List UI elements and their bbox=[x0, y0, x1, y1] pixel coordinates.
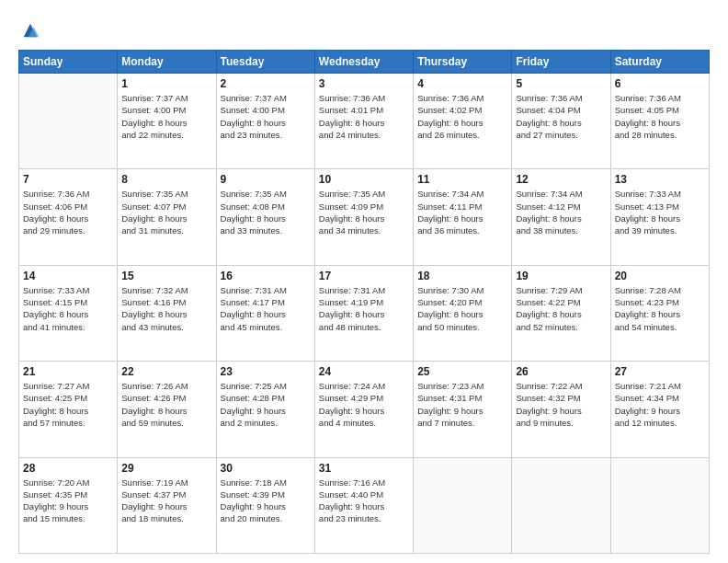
day-number: 23 bbox=[221, 365, 311, 378]
header-cell-wednesday: Wednesday bbox=[314, 51, 413, 74]
day-cell: 16Sunrise: 7:31 AM Sunset: 4:17 PM Dayli… bbox=[216, 265, 314, 361]
day-number: 28 bbox=[23, 462, 113, 475]
day-cell: 18Sunrise: 7:30 AM Sunset: 4:20 PM Dayli… bbox=[414, 265, 512, 361]
day-info: Sunrise: 7:26 AM Sunset: 4:26 PM Dayligh… bbox=[121, 380, 211, 429]
calendar-body: 1Sunrise: 7:37 AM Sunset: 4:00 PM Daylig… bbox=[19, 74, 710, 554]
week-row-3: 21Sunrise: 7:27 AM Sunset: 4:25 PM Dayli… bbox=[19, 362, 710, 457]
day-info: Sunrise: 7:36 AM Sunset: 4:01 PM Dayligh… bbox=[319, 92, 409, 141]
page: SundayMondayTuesdayWednesdayThursdayFrid… bbox=[0, 0, 728, 563]
day-cell: 3Sunrise: 7:36 AM Sunset: 4:01 PM Daylig… bbox=[314, 74, 413, 169]
day-cell: 4Sunrise: 7:36 AM Sunset: 4:02 PM Daylig… bbox=[414, 74, 512, 169]
day-info: Sunrise: 7:22 AM Sunset: 4:32 PM Dayligh… bbox=[516, 380, 606, 429]
day-cell: 24Sunrise: 7:24 AM Sunset: 4:29 PM Dayli… bbox=[314, 362, 413, 457]
header-cell-friday: Friday bbox=[512, 51, 610, 74]
day-number: 21 bbox=[23, 365, 113, 378]
week-row-1: 7Sunrise: 7:36 AM Sunset: 4:06 PM Daylig… bbox=[19, 169, 710, 265]
week-row-0: 1Sunrise: 7:37 AM Sunset: 4:00 PM Daylig… bbox=[19, 74, 710, 169]
day-number: 26 bbox=[516, 365, 606, 378]
day-cell: 15Sunrise: 7:32 AM Sunset: 4:16 PM Dayli… bbox=[118, 265, 216, 361]
day-info: Sunrise: 7:33 AM Sunset: 4:15 PM Dayligh… bbox=[23, 284, 113, 333]
day-cell: 27Sunrise: 7:21 AM Sunset: 4:34 PM Dayli… bbox=[610, 362, 709, 457]
day-info: Sunrise: 7:36 AM Sunset: 4:02 PM Dayligh… bbox=[417, 92, 507, 141]
day-cell: 1Sunrise: 7:37 AM Sunset: 4:00 PM Daylig… bbox=[118, 74, 216, 169]
week-row-2: 14Sunrise: 7:33 AM Sunset: 4:15 PM Dayli… bbox=[19, 265, 710, 361]
day-cell: 7Sunrise: 7:36 AM Sunset: 4:06 PM Daylig… bbox=[19, 169, 118, 265]
header-row: SundayMondayTuesdayWednesdayThursdayFrid… bbox=[19, 51, 710, 74]
day-cell: 10Sunrise: 7:35 AM Sunset: 4:09 PM Dayli… bbox=[314, 169, 413, 265]
logo-icon bbox=[20, 20, 40, 40]
day-info: Sunrise: 7:23 AM Sunset: 4:31 PM Dayligh… bbox=[417, 380, 507, 429]
day-info: Sunrise: 7:16 AM Sunset: 4:40 PM Dayligh… bbox=[319, 477, 409, 525]
day-cell: 11Sunrise: 7:34 AM Sunset: 4:11 PM Dayli… bbox=[414, 169, 512, 265]
day-cell: 22Sunrise: 7:26 AM Sunset: 4:26 PM Dayli… bbox=[118, 362, 216, 457]
day-info: Sunrise: 7:21 AM Sunset: 4:34 PM Dayligh… bbox=[615, 380, 705, 429]
day-cell: 14Sunrise: 7:33 AM Sunset: 4:15 PM Dayli… bbox=[19, 265, 118, 361]
day-number: 3 bbox=[319, 77, 409, 90]
day-number: 9 bbox=[221, 173, 311, 186]
day-cell bbox=[19, 74, 118, 169]
day-number: 4 bbox=[417, 77, 507, 90]
day-cell bbox=[610, 457, 709, 553]
day-cell: 6Sunrise: 7:36 AM Sunset: 4:05 PM Daylig… bbox=[610, 74, 709, 169]
day-info: Sunrise: 7:37 AM Sunset: 4:00 PM Dayligh… bbox=[121, 92, 211, 141]
day-number: 14 bbox=[23, 270, 113, 282]
day-number: 29 bbox=[121, 462, 211, 475]
day-number: 31 bbox=[319, 462, 409, 475]
day-cell: 28Sunrise: 7:20 AM Sunset: 4:35 PM Dayli… bbox=[19, 457, 118, 553]
day-cell: 8Sunrise: 7:35 AM Sunset: 4:07 PM Daylig… bbox=[118, 169, 216, 265]
header-cell-sunday: Sunday bbox=[19, 51, 118, 74]
header-cell-monday: Monday bbox=[118, 51, 216, 74]
day-number: 1 bbox=[121, 77, 211, 90]
calendar-table: SundayMondayTuesdayWednesdayThursdayFrid… bbox=[18, 50, 710, 554]
day-info: Sunrise: 7:36 AM Sunset: 4:06 PM Dayligh… bbox=[23, 188, 113, 236]
day-info: Sunrise: 7:34 AM Sunset: 4:12 PM Dayligh… bbox=[516, 188, 606, 236]
day-number: 5 bbox=[516, 77, 606, 90]
day-cell: 5Sunrise: 7:36 AM Sunset: 4:04 PM Daylig… bbox=[512, 74, 610, 169]
day-cell bbox=[512, 457, 610, 553]
day-info: Sunrise: 7:33 AM Sunset: 4:13 PM Dayligh… bbox=[615, 188, 705, 236]
day-info: Sunrise: 7:31 AM Sunset: 4:19 PM Dayligh… bbox=[319, 284, 409, 333]
logo bbox=[18, 18, 40, 40]
header-cell-thursday: Thursday bbox=[414, 51, 512, 74]
day-cell: 9Sunrise: 7:35 AM Sunset: 4:08 PM Daylig… bbox=[216, 169, 314, 265]
day-info: Sunrise: 7:36 AM Sunset: 4:04 PM Dayligh… bbox=[516, 92, 606, 141]
day-number: 30 bbox=[221, 462, 311, 475]
day-number: 19 bbox=[516, 270, 606, 282]
day-info: Sunrise: 7:35 AM Sunset: 4:09 PM Dayligh… bbox=[319, 188, 409, 236]
day-cell: 20Sunrise: 7:28 AM Sunset: 4:23 PM Dayli… bbox=[610, 265, 709, 361]
day-info: Sunrise: 7:25 AM Sunset: 4:28 PM Dayligh… bbox=[221, 380, 311, 429]
day-cell: 21Sunrise: 7:27 AM Sunset: 4:25 PM Dayli… bbox=[19, 362, 118, 457]
day-info: Sunrise: 7:19 AM Sunset: 4:37 PM Dayligh… bbox=[121, 477, 211, 525]
day-number: 17 bbox=[319, 270, 409, 282]
day-number: 12 bbox=[516, 173, 606, 186]
day-cell: 25Sunrise: 7:23 AM Sunset: 4:31 PM Dayli… bbox=[414, 362, 512, 457]
day-info: Sunrise: 7:31 AM Sunset: 4:17 PM Dayligh… bbox=[221, 284, 311, 333]
day-number: 27 bbox=[615, 365, 705, 378]
day-number: 18 bbox=[417, 270, 507, 282]
day-number: 10 bbox=[319, 173, 409, 186]
day-number: 7 bbox=[23, 173, 113, 186]
day-cell: 12Sunrise: 7:34 AM Sunset: 4:12 PM Dayli… bbox=[512, 169, 610, 265]
header-cell-tuesday: Tuesday bbox=[216, 51, 314, 74]
day-info: Sunrise: 7:29 AM Sunset: 4:22 PM Dayligh… bbox=[516, 284, 606, 333]
day-info: Sunrise: 7:35 AM Sunset: 4:07 PM Dayligh… bbox=[121, 188, 211, 236]
day-cell: 17Sunrise: 7:31 AM Sunset: 4:19 PM Dayli… bbox=[314, 265, 413, 361]
day-cell: 31Sunrise: 7:16 AM Sunset: 4:40 PM Dayli… bbox=[314, 457, 413, 553]
day-info: Sunrise: 7:27 AM Sunset: 4:25 PM Dayligh… bbox=[23, 380, 113, 429]
day-cell: 30Sunrise: 7:18 AM Sunset: 4:39 PM Dayli… bbox=[216, 457, 314, 553]
header bbox=[18, 15, 710, 40]
day-info: Sunrise: 7:18 AM Sunset: 4:39 PM Dayligh… bbox=[221, 477, 311, 525]
header-cell-saturday: Saturday bbox=[610, 51, 709, 74]
day-info: Sunrise: 7:35 AM Sunset: 4:08 PM Dayligh… bbox=[221, 188, 311, 236]
week-row-4: 28Sunrise: 7:20 AM Sunset: 4:35 PM Dayli… bbox=[19, 457, 710, 553]
day-number: 8 bbox=[121, 173, 211, 186]
day-info: Sunrise: 7:24 AM Sunset: 4:29 PM Dayligh… bbox=[319, 380, 409, 429]
day-info: Sunrise: 7:36 AM Sunset: 4:05 PM Dayligh… bbox=[615, 92, 705, 141]
day-info: Sunrise: 7:32 AM Sunset: 4:16 PM Dayligh… bbox=[121, 284, 211, 333]
day-info: Sunrise: 7:28 AM Sunset: 4:23 PM Dayligh… bbox=[615, 284, 705, 333]
day-number: 24 bbox=[319, 365, 409, 378]
day-info: Sunrise: 7:37 AM Sunset: 4:00 PM Dayligh… bbox=[221, 92, 311, 141]
day-number: 6 bbox=[615, 77, 705, 90]
day-info: Sunrise: 7:20 AM Sunset: 4:35 PM Dayligh… bbox=[23, 477, 113, 525]
day-number: 11 bbox=[417, 173, 507, 186]
